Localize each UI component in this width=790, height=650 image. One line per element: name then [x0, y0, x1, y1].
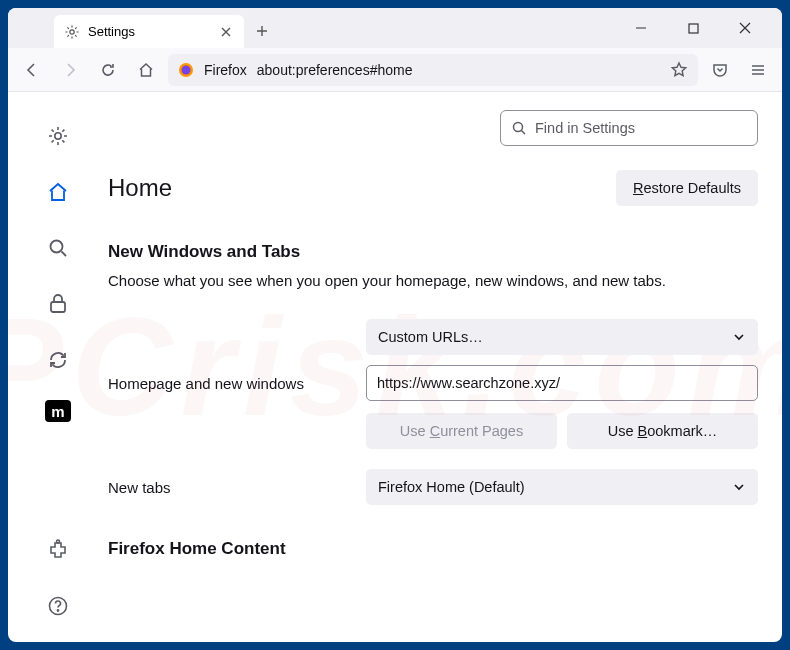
find-in-settings-input[interactable]: Find in Settings: [500, 110, 758, 146]
newtabs-value: Firefox Home (Default): [378, 479, 525, 495]
chevron-down-icon: [732, 480, 746, 494]
window-minimize-button[interactable]: [624, 14, 658, 42]
svg-rect-6: [51, 302, 65, 312]
firefox-logo-icon: [178, 62, 194, 78]
sidebar-help[interactable]: [42, 590, 74, 622]
use-current-pages-button[interactable]: Use Current Pages: [366, 413, 557, 449]
search-icon: [511, 120, 527, 136]
newtabs-select[interactable]: Firefox Home (Default): [366, 469, 758, 505]
nav-forward-button[interactable]: [54, 54, 86, 86]
sidebar-extensions[interactable]: [42, 534, 74, 566]
browser-tab-bar: Settings: [8, 8, 782, 48]
window-close-button[interactable]: [728, 14, 762, 42]
section-new-windows-heading: New Windows and Tabs: [108, 242, 758, 262]
svg-point-5: [51, 241, 63, 253]
nav-home-button[interactable]: [130, 54, 162, 86]
tab-title: Settings: [88, 24, 135, 39]
svg-point-3: [182, 65, 191, 74]
sidebar-sync[interactable]: [42, 344, 74, 376]
browser-tab-settings[interactable]: Settings: [54, 15, 244, 48]
svg-rect-1: [689, 24, 698, 33]
settings-sidebar: m: [8, 92, 108, 642]
gear-icon: [64, 24, 80, 40]
pocket-button[interactable]: [704, 54, 736, 86]
sidebar-general[interactable]: [42, 120, 74, 152]
sidebar-privacy[interactable]: [42, 288, 74, 320]
browser-toolbar: Firefox about:preferences#home: [8, 48, 782, 92]
homepage-mode-select[interactable]: Custom URLs…: [366, 319, 758, 355]
section-home-content-heading: Firefox Home Content: [108, 539, 758, 559]
nav-reload-button[interactable]: [92, 54, 124, 86]
url-bar[interactable]: Firefox about:preferences#home: [168, 54, 698, 86]
close-icon[interactable]: [218, 24, 234, 40]
svg-point-10: [514, 123, 523, 132]
new-tab-button[interactable]: [248, 17, 276, 45]
urlbar-brand: Firefox: [204, 62, 247, 78]
window-maximize-button[interactable]: [676, 14, 710, 42]
restore-defaults-button[interactable]: Restore Defaults: [616, 170, 758, 206]
svg-point-7: [57, 540, 60, 543]
homepage-label: Homepage and new windows: [108, 375, 366, 392]
find-in-settings-placeholder: Find in Settings: [535, 120, 635, 136]
sidebar-extension-m[interactable]: m: [45, 400, 71, 422]
bookmark-star-icon[interactable]: [670, 61, 688, 79]
svg-point-4: [55, 133, 61, 139]
chevron-down-icon: [732, 330, 746, 344]
homepage-mode-value: Custom URLs…: [378, 329, 483, 345]
use-bookmark-button[interactable]: Use Bookmark…: [567, 413, 758, 449]
app-menu-button[interactable]: [742, 54, 774, 86]
svg-point-0: [70, 29, 74, 33]
settings-main: Find in Settings Home Restore Defaults N…: [108, 92, 782, 642]
section-new-windows-desc: Choose what you see when you open your h…: [108, 272, 758, 289]
homepage-url-input[interactable]: [366, 365, 758, 401]
urlbar-address: about:preferences#home: [257, 62, 660, 78]
nav-back-button[interactable]: [16, 54, 48, 86]
svg-point-9: [57, 610, 58, 611]
sidebar-search[interactable]: [42, 232, 74, 264]
sidebar-home[interactable]: [42, 176, 74, 208]
page-title: Home: [108, 174, 172, 202]
newtabs-label: New tabs: [108, 479, 366, 496]
